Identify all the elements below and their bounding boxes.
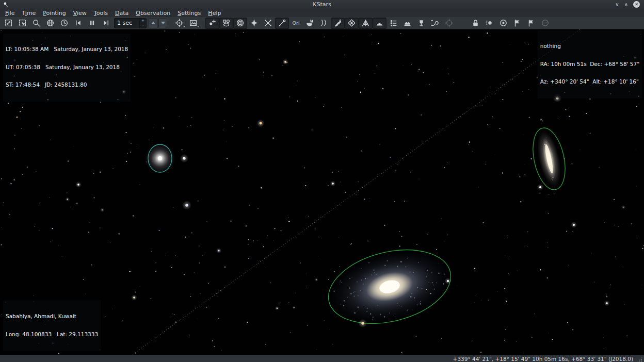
dome-icon xyxy=(403,19,412,27)
pause-clock-button[interactable] xyxy=(85,18,99,29)
target-circle-button[interactable] xyxy=(496,18,510,29)
close-icon[interactable]: ✕ xyxy=(633,1,640,8)
toggle-horizontal-grid-button[interactable] xyxy=(359,18,373,29)
crosshair-icon xyxy=(445,19,454,27)
stepfwd-icon xyxy=(102,19,110,27)
menu-settings[interactable]: Settings xyxy=(174,9,204,17)
time-step-backward-button[interactable] xyxy=(71,18,85,29)
time-step-spinbox[interactable]: 1 sec+− xyxy=(114,18,147,28)
set-time-button[interactable] xyxy=(57,18,71,29)
zoom-region-button[interactable] xyxy=(15,18,29,29)
flag-icon xyxy=(527,19,536,27)
whats-interesting-button[interactable] xyxy=(387,18,400,29)
toggle-milky-way-button[interactable] xyxy=(331,18,345,29)
ground-icon xyxy=(375,19,384,27)
center-telescope-button xyxy=(442,18,456,29)
menubar: FileTimePointingViewToolsDataObservation… xyxy=(0,9,644,17)
spin-plus-icon[interactable]: + xyxy=(140,19,146,23)
svg-text:Ori: Ori xyxy=(293,20,300,26)
titlebar: KStars ∨ ∧ ✕ xyxy=(0,0,644,9)
universal-time: UT: 07:05:38 Saturday, January 13, 2018 xyxy=(6,64,128,71)
spin-minus-icon[interactable]: − xyxy=(140,23,146,28)
menu-tools[interactable]: Tools xyxy=(90,9,111,17)
speed-down-button[interactable] xyxy=(158,18,167,28)
eyepiece-view-button[interactable] xyxy=(414,18,428,29)
toggle-deep-sky-objects-button[interactable] xyxy=(219,18,233,29)
deepsky-icon xyxy=(222,19,231,27)
globe-icon xyxy=(46,19,55,27)
satellites-icon xyxy=(264,19,272,27)
observation-flag-2-button[interactable] xyxy=(524,18,538,29)
eyepiece-icon xyxy=(417,19,426,27)
dropdown-caret-icon xyxy=(197,26,199,27)
location-name: Sabahiya, Ahmadi, Kuwait xyxy=(6,314,98,320)
menu-file[interactable]: File xyxy=(2,9,18,17)
horgrid-icon xyxy=(361,19,370,27)
speed-up-button[interactable] xyxy=(149,18,157,28)
time-step-forward-button[interactable] xyxy=(99,18,113,29)
elliptical-galaxy xyxy=(144,143,175,174)
targetdot-icon xyxy=(499,19,508,27)
toggle-supernovae-button[interactable] xyxy=(247,18,261,29)
cnames-icon: Ori xyxy=(292,19,300,27)
minimize-icon[interactable]: ∨ xyxy=(615,2,619,7)
remove-trail-button xyxy=(538,18,552,29)
color-scheme-button[interactable] xyxy=(482,18,496,29)
arrow-up-icon xyxy=(151,22,155,24)
menu-data[interactable]: Data xyxy=(111,9,132,17)
menu-pointing[interactable]: Pointing xyxy=(39,9,69,17)
time-info-overlay: LT: 10:05:38 AM Saturday, January 13, 20… xyxy=(3,34,131,102)
stars-icon xyxy=(208,19,217,27)
location-long-lat: Long: 48.100833 Lat: 29.113333 xyxy=(6,332,98,338)
arrow-down-icon xyxy=(161,22,165,24)
find-object-button[interactable] xyxy=(29,18,43,29)
focus-info-overlay: nothing RA: 10h 00m 51s Dec: +68° 58' 57… xyxy=(538,30,642,98)
image-icon xyxy=(189,19,198,27)
dropdown-caret-icon xyxy=(183,26,185,27)
art-icon xyxy=(305,19,314,27)
clines-icon xyxy=(278,19,286,27)
toggle-satellites-button[interactable] xyxy=(261,18,275,29)
export-sky-image-button[interactable] xyxy=(186,18,200,29)
menu-view[interactable]: View xyxy=(70,9,90,17)
toggle-constellation-lines-button[interactable] xyxy=(275,18,289,29)
toggle-ground-button[interactable] xyxy=(373,18,387,29)
supernova-icon xyxy=(250,19,259,27)
fullscreen-button[interactable] xyxy=(2,18,15,29)
focus-object-button[interactable] xyxy=(172,18,186,29)
toggle-stars-button[interactable] xyxy=(205,18,219,29)
local-time: LT: 10:05:38 AM Saturday, January 13, 20… xyxy=(6,46,128,53)
toggle-constellation-art-button[interactable] xyxy=(303,18,317,29)
minuscircle-icon xyxy=(541,19,550,27)
menu-help[interactable]: Help xyxy=(204,9,224,17)
focus-az-alt: Az: +340° 20' 54" Alt: +18° 10' 16" xyxy=(540,79,639,85)
resize-grip-icon[interactable] xyxy=(637,357,642,362)
fullscreen-icon xyxy=(4,19,13,27)
hips-overlay-button[interactable] xyxy=(428,18,442,29)
statusbar: +339° 44' 21", +18° 15' 49" 10h 05m 16s,… xyxy=(0,355,644,362)
toggle-solar-system-button[interactable] xyxy=(233,18,247,29)
list-icon xyxy=(389,19,398,27)
menu-observation[interactable]: Observation xyxy=(132,9,174,17)
toggle-constellation-names-button[interactable]: Ori xyxy=(289,18,303,29)
diamond-icon xyxy=(485,19,494,27)
lock-position-button[interactable] xyxy=(469,18,482,29)
observation-flag-button[interactable] xyxy=(510,18,524,29)
time-step-value[interactable]: 1 sec xyxy=(115,19,139,28)
maximize-icon[interactable]: ∧ xyxy=(624,2,628,7)
lock-icon xyxy=(471,19,480,27)
sidereal-time: ST: 17:48:54 JD: 2458131.80 xyxy=(6,82,128,88)
milkyway-icon xyxy=(333,19,342,27)
toggle-constellation-boundaries-button[interactable] xyxy=(317,18,331,29)
focus-ra-dec: RA: 10h 00m 51s Dec: +68° 58' 57" xyxy=(540,61,639,68)
menu-time[interactable]: Time xyxy=(18,9,39,17)
location-overlay: Sabahiya, Ahmadi, Kuwait Long: 48.100833… xyxy=(3,301,101,351)
zoomregion-icon xyxy=(18,19,27,27)
target-icon xyxy=(175,19,184,27)
observatory-dome-button[interactable] xyxy=(400,18,414,29)
focus-object-name: nothing xyxy=(540,43,639,50)
toggle-equatorial-grid-button[interactable] xyxy=(345,18,359,29)
planets-icon xyxy=(236,19,245,27)
sky-map[interactable]: LT: 10:05:38 AM Saturday, January 13, 20… xyxy=(0,29,644,355)
geographic-location-button[interactable] xyxy=(43,18,57,29)
